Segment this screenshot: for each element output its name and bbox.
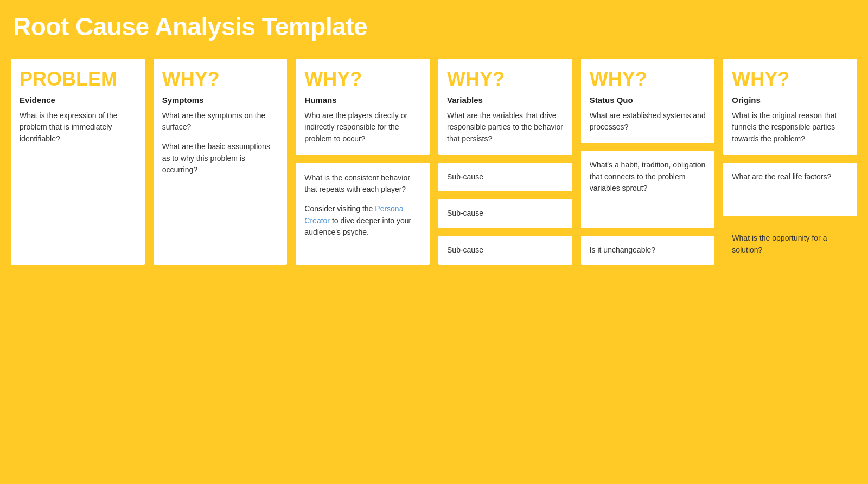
card-heading-why5: WHY? — [732, 68, 848, 90]
column-why5: WHY? Origins What is the original reason… — [722, 57, 858, 266]
card-heading-why1: WHY? — [162, 68, 279, 90]
card-why4-sub1: What's a habit, tradition, obligation th… — [580, 150, 716, 229]
consider-text: Consider visiting the — [304, 204, 375, 213]
card-body-humans-sub: What is the consistent behavior that rep… — [304, 172, 421, 238]
card-why2-main: WHY? Humans Who are the players directly… — [295, 57, 431, 156]
header: Root Cause Analysis Template — [0, 0, 868, 51]
card-subheader-symptoms: Symptoms — [162, 95, 279, 105]
card-problem-main: PROBLEM Evidence What is the expression … — [10, 57, 146, 266]
column-why4: WHY? Status Quo What are established sys… — [580, 57, 716, 266]
card-why5-sub1: What are the real life factors? — [722, 162, 858, 218]
card-body-evidence: What is the expression of the problem th… — [20, 110, 136, 145]
card-why2-sub: What is the consistent behavior that rep… — [295, 162, 431, 266]
main-content: PROBLEM Evidence What is the expression … — [0, 51, 868, 276]
card-body-variables: What are the variables that drive respon… — [447, 110, 564, 145]
column-why3: WHY? Variables What are the variables th… — [437, 57, 573, 266]
columns-container: PROBLEM Evidence What is the expression … — [10, 57, 858, 266]
card-why1-main: WHY? Symptoms What are the symptoms on t… — [152, 57, 289, 266]
card-heading-problem: PROBLEM — [20, 68, 136, 90]
card-why5-highlight: What is the opportunity for a solution? — [722, 223, 858, 266]
card-why3-sub2: Sub-cause — [437, 198, 573, 229]
card-why3-main: WHY? Variables What are the variables th… — [437, 57, 573, 156]
card-body-origins: What is the original reason that funnels… — [732, 110, 848, 145]
card-subheader-variables: Variables — [447, 95, 564, 105]
column-why2: WHY? Humans Who are the players directly… — [295, 57, 431, 266]
column-problem: PROBLEM Evidence What is the expression … — [10, 57, 146, 266]
card-body-status-quo: What are established systems and process… — [590, 110, 706, 133]
card-why4-sub2: Is it unchangeable? — [580, 235, 716, 266]
page-title: Root Cause Analysis Template — [13, 12, 855, 41]
card-why4-main: WHY? Status Quo What are established sys… — [580, 57, 716, 144]
card-why3-sub3: Sub-cause — [437, 235, 573, 266]
card-heading-why3: WHY? — [447, 68, 564, 90]
card-subheader-humans: Humans — [304, 95, 421, 105]
card-why3-sub1: Sub-cause — [437, 162, 573, 193]
card-body-humans: Who are the players directly or indirect… — [304, 110, 421, 145]
card-body-symptoms: What are the symptoms on the surface? Wh… — [162, 110, 279, 176]
card-subheader-evidence: Evidence — [20, 95, 136, 105]
card-why5-main: WHY? Origins What is the original reason… — [722, 57, 858, 156]
card-heading-why2: WHY? — [304, 68, 421, 90]
card-heading-why4: WHY? — [590, 68, 706, 90]
card-subheader-status-quo: Status Quo — [590, 95, 706, 105]
card-subheader-origins: Origins — [732, 95, 848, 105]
column-why1: WHY? Symptoms What are the symptoms on t… — [152, 57, 289, 266]
